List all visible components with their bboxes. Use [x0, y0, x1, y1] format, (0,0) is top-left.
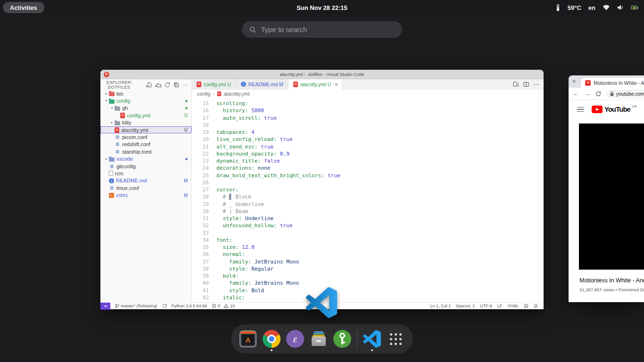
dock-item-chrome[interactable] [263, 330, 281, 348]
code-line[interactable]: 16 history: 5000 [192, 107, 544, 114]
more-actions-icon[interactable]: ⋯ [182, 83, 188, 87]
code-line[interactable]: 25draw_bold_text_with_bright_colors: tru… [192, 172, 544, 179]
chevron-icon: ▾ [109, 106, 115, 110]
tab-close-icon[interactable]: × [335, 82, 338, 87]
reload-icon[interactable] [595, 91, 601, 97]
vscode-titlebar[interactable]: × alacritty.yml - .dotfiles - Visual Stu… [100, 70, 544, 79]
code-line[interactable]: 38 style: Regular [192, 265, 544, 272]
git-branch-status[interactable]: master* (Rebasing) [115, 304, 157, 308]
editor-tab-config.yml[interactable]: config.yml U [192, 79, 236, 89]
open-changes-icon[interactable] [513, 82, 519, 87]
dock-item-keepassxc[interactable] [333, 330, 351, 348]
tree-item-picom.conf[interactable]: ⚙picom.conf [100, 133, 191, 140]
code-line[interactable]: 17 auto_scroll: true [192, 115, 544, 122]
tree-item-kitty[interactable]: ▸kitty [100, 119, 191, 126]
collapse-folders-icon[interactable] [173, 82, 179, 88]
forward-icon[interactable]: → [584, 90, 590, 97]
tree-item-gitconfig[interactable]: ⚙gitconfig [100, 163, 191, 170]
dock-item-emacs[interactable]: ε [286, 330, 304, 348]
dock-item-alacritty[interactable]: Λ [239, 330, 257, 348]
code-line[interactable]: 33 [192, 230, 544, 237]
window-close-button[interactable]: × [104, 72, 109, 77]
code-line[interactable]: 27cursor: [192, 186, 544, 193]
code-line[interactable]: 32 unfocused_hollow: true [192, 222, 544, 229]
tree-item-config.yml[interactable]: config.ymlU [100, 112, 191, 119]
code-line[interactable]: 28 # ▋ Block [192, 193, 544, 200]
tree-item-zshrc[interactable]: zshrcM [100, 191, 191, 198]
browser-tab-youtube[interactable]: Motionless In White - A [581, 78, 644, 88]
statusbar-item[interactable]: Spaces: 2 [456, 304, 475, 308]
youtube-logo[interactable]: YouTube UA [592, 105, 637, 114]
code-line[interactable]: 37 family: JetBrains Mono [192, 258, 544, 265]
code-line[interactable]: 26 [192, 179, 544, 186]
breadcrumb-file[interactable]: alacritty.yml [224, 91, 250, 97]
line-number: 42 [192, 294, 213, 301]
remote-indicator[interactable]: >< [100, 303, 110, 310]
code-line[interactable]: 41 style: Bold [192, 287, 544, 294]
statusbar-item[interactable]: YAML [507, 304, 519, 308]
tree-item-gh[interactable]: ▾gh [100, 105, 191, 112]
code-line[interactable]: 23dynamic_title: false [192, 157, 544, 165]
hamburger-menu-icon[interactable] [577, 107, 584, 112]
statusbar-item[interactable]: Ln 1, Col 1 [430, 304, 451, 308]
code-line[interactable]: 21alt_send_esc: true [192, 143, 544, 150]
dock-item-files[interactable] [310, 330, 328, 348]
tree-item-alacritty.yml[interactable]: alacritty.ymlU [100, 126, 191, 133]
clock[interactable]: Sun Nov 28 22:15 [0, 4, 644, 11]
video-player[interactable] [579, 123, 644, 270]
code-line[interactable]: 24decorations: none [192, 165, 544, 172]
code-line[interactable]: 22background_opacity: 0.9 [192, 150, 544, 157]
search-input[interactable]: Type to search [242, 21, 402, 38]
tree-item-bin[interactable]: ▸bin [100, 90, 191, 97]
breadcrumb-folder[interactable]: config [197, 91, 210, 97]
code-line[interactable]: 30 # | Beam [192, 208, 544, 215]
tree-item-starship.toml[interactable]: ⚙starship.toml [100, 148, 191, 155]
refresh-icon[interactable] [165, 82, 170, 88]
back-icon[interactable]: ← [573, 90, 579, 97]
python-interpreter[interactable]: Python 3.9.9 64-bit [172, 304, 207, 308]
statusbar-item[interactable]: UTF-8 [480, 304, 492, 308]
dock-item-vscode[interactable] [363, 330, 381, 348]
tree-item-redshift.conf[interactable]: ⚙redshift.conf [100, 141, 191, 148]
code-editor[interactable]: 15scrolling:16 history: 500017 auto_scro… [192, 98, 544, 302]
close-icon[interactable]: × [572, 78, 576, 85]
code-line[interactable]: 15scrolling: [192, 100, 544, 107]
code-line[interactable]: 42 italic: [192, 294, 544, 301]
code-line[interactable]: 18 [192, 122, 544, 129]
tree-item-vscode[interactable]: ▸vscode [100, 156, 191, 163]
show-applications-button[interactable] [387, 330, 405, 348]
code-line[interactable]: 29 # _ Underline [192, 201, 544, 208]
tree-item-rcrc[interactable]: rcrc [100, 170, 191, 177]
breadcrumb[interactable]: config › alacritty.yml [192, 90, 544, 98]
branch-icon [115, 304, 119, 308]
system-status-area[interactable]: 59°C en [555, 0, 637, 15]
code-line[interactable]: 36 normal: [192, 251, 544, 258]
tree-item-README.md[interactable]: README.mdM [100, 177, 191, 184]
code-line[interactable]: 31 style: Underline [192, 215, 544, 222]
address-bar[interactable]: youtube.com/wa [606, 90, 644, 98]
code-line[interactable]: 39 bold: [192, 272, 544, 280]
code-line[interactable]: 40 family: JetBrains Mono [192, 280, 544, 287]
statusbar-item[interactable]: LF [497, 304, 503, 308]
editor-tab-README.md[interactable]: README.md M [236, 79, 289, 89]
files-icon [310, 330, 328, 348]
new-file-icon[interactable] [146, 82, 152, 88]
tree-item-label: zshrc [116, 192, 128, 198]
git-status-badge [185, 100, 188, 102]
tree-item-tmux.conf[interactable]: ⚙tmux.conf [100, 184, 191, 191]
problems-status[interactable]: 0 10 [212, 304, 235, 308]
notifications-bell-icon[interactable] [534, 304, 538, 308]
tree-item-config[interactable]: ▾config [100, 97, 191, 104]
code-line[interactable]: 19tabspaces: 4 [192, 129, 544, 136]
new-folder-icon[interactable] [155, 82, 161, 88]
code-line[interactable]: 43 family: JetBrains Mono [192, 301, 544, 302]
editor-tab-alacritty.yml[interactable]: alacritty.yml U× [289, 79, 343, 90]
code-line[interactable]: 34font: [192, 237, 544, 244]
feedback-icon[interactable] [524, 304, 528, 308]
code-line[interactable]: 35 size: 12.0 [192, 244, 544, 251]
editor-more-icon[interactable]: ⋯ [533, 81, 539, 88]
tree-item-label: vscode [116, 156, 133, 162]
split-editor-icon[interactable] [523, 82, 529, 87]
code-line[interactable]: 20live_config_reload: true [192, 136, 544, 143]
sync-icon[interactable] [162, 304, 167, 308]
